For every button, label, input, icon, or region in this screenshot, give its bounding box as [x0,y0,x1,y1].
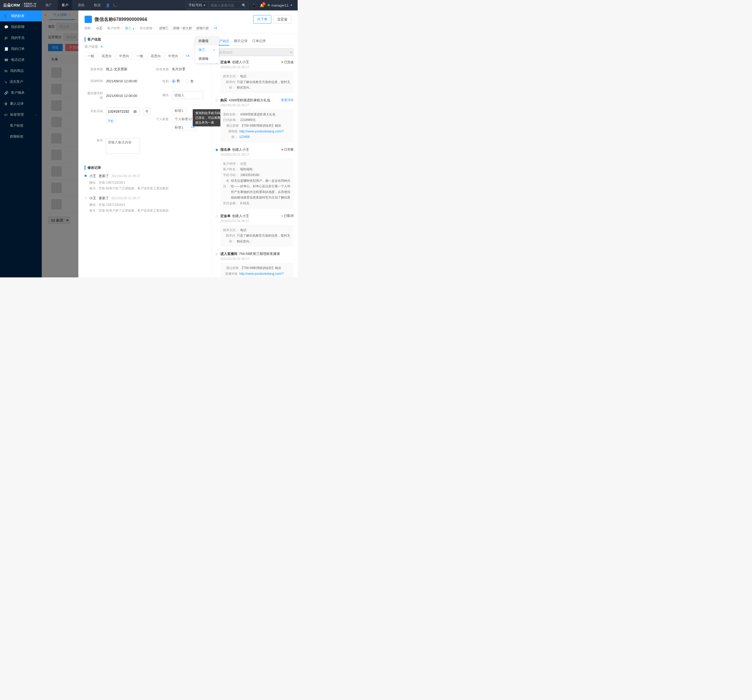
remark-input[interactable] [106,138,140,154]
sidebar-item[interactable]: 👥我的好友 [0,11,42,22]
sidebar-icon: 🔗 [4,91,8,95]
topnav-item[interactable]: 客户 [58,0,72,11]
topnav-item[interactable]: 数据 [90,0,104,11]
sidebar-icon: ☎ [4,58,8,62]
sidebar-item[interactable]: 🔗客户继承 [0,87,42,98]
activity-tab[interactable]: 聊天记录 [234,37,247,45]
tags-label: 客户标签 [85,44,98,49]
phone-tag: 手机 [106,119,115,123]
status-dot [268,4,270,6]
sidebar-icon: 🧾 [4,47,8,51]
customer-tag[interactable]: 中意向 [165,53,181,59]
customer-tag[interactable]: 高意向 [148,53,164,59]
search-icon[interactable]: 🔍 [240,3,248,7]
drawer-right: 客户动态聊天记录订单记录 全部动态 定金单创建人小王已完成2020/01/30 … [211,33,298,277]
customer-tag[interactable]: 一般 [134,53,146,59]
customer-drawer: 微信名称6789990000966 代下单 交定金 昵称：小王 | 客户经理：张… [78,11,298,277]
phone-copy-icon[interactable]: ⧉ [143,107,151,115]
activity-event: 报名单创建人小王已失败2020/01/30 01:38:27客户经理：小王客户姓… [216,147,294,209]
group-chip[interactable]: 群聊三 [157,26,171,31]
daixiadan-button[interactable]: 代下单 [253,15,271,23]
jiaodingjin-button[interactable]: 交定金 [273,15,291,23]
section-customer-info: 客户信息 [85,37,205,42]
wechat-input[interactable] [172,91,203,99]
user-menu[interactable]: manager11▼ [268,3,292,7]
dropdown-option[interactable]: 师馨薇 [195,37,219,45]
brand-subtitle: 教育机构一站式服务云平台 [22,3,36,8]
customer-tag[interactable]: 中意向 [116,53,132,59]
sidebar-icon: 🗑 [4,102,8,106]
sidebar-item[interactable]: ↘流失客户 [0,76,42,87]
bell-badge: 5 [262,2,266,6]
view-detail-link[interactable]: 查看详情 [281,98,294,103]
search-input[interactable] [208,2,240,9]
phone-icon[interactable]: 📞 [111,3,118,7]
sidebar-icon: 👥 [4,14,8,18]
activity-filter-select[interactable]: 全部动态 [216,48,294,56]
sidebar-icon: 🏷 [4,113,8,117]
dropdown-option[interactable]: 张三✓ [195,45,219,54]
manager-dropdown-trigger[interactable]: 张三 ▲ [125,26,134,31]
sidebar-item[interactable]: 🎓我的学员 [0,33,42,44]
personal-tag[interactable]: 标签1 [172,107,186,114]
sidebar-item[interactable]: 🛍我的商品 [0,65,42,76]
top-nav: 推广客户质检数据 [42,0,104,11]
group-chip[interactable]: 群聊一群大群 [171,26,194,31]
mobile-icon[interactable]: 📱 [252,3,256,7]
sidebar-subitem[interactable]: 群聊标签 [0,131,42,142]
gender-male-radio[interactable]: 男 [172,79,180,84]
sidebar-icon: 🛍 [4,69,8,73]
sidebar-item[interactable]: ☎电话记录 [0,54,42,65]
phone-scan-icon[interactable]: ▤ [134,109,137,114]
activity-event: 定金单创建人小王已取消2020/01/30 01:38:27跟单方式：电话跟单内… [216,214,294,247]
customer-tag[interactable]: 一般 [85,53,97,59]
drawer-title: 微信名称6789990000966 [95,16,147,22]
sidebar-icon: ↘ [4,80,7,84]
gender-female-radio[interactable]: 女 [186,79,194,84]
wechat-app-icon [85,16,92,23]
phone-duplicate-tooltip: 查询到此手机号码在系统中已存在，可以将两条客户数据合并为一条 [193,109,211,126]
sidebar-item[interactable]: 🗑删人记录 [0,98,42,109]
edit-tags-icon[interactable]: ✎ [100,45,103,49]
topnav-item[interactable]: 推广 [42,0,56,11]
logo: 云朵CRM 教育机构一站式服务云平台 [0,3,42,8]
sidebar-icon: 🎓 [4,36,8,40]
dropdown-option[interactable]: 俱保咏 [195,54,219,63]
groups-more-chip[interactable]: +4 [212,26,219,31]
user-icon[interactable]: 👤 [104,3,111,7]
sidebar-icon: 💬 [4,25,8,29]
manager-dropdown: 师馨薇张三✓俱保咏 [195,37,219,63]
activity-event: 进入直播间759-59班第三期理财直播课2021/01/30 01:38:27通… [216,252,294,277]
activity-tab[interactable]: 订单记录 [252,37,266,45]
search-type-select[interactable]: 手机号码▼ [186,2,208,9]
modlog-item: 小王更新了2021/01/30 01:38:27微信：空值-1367218282… [85,174,205,191]
search-box: 手机号码▼ 🔍 [186,2,248,9]
sidebar-subitem[interactable]: 客户标签 [0,120,42,131]
customer-tag[interactable]: 高意向 [99,53,115,59]
topbar: 云朵CRM 教育机构一站式服务云平台 推广客户质检数据 👤 📞 手机号码▼ 🔍 … [0,0,298,11]
modlog-item: 小王更新了2021/01/30 01:38:27微信：空值-1367218282… [85,196,205,213]
drawer-left: 客户信息 客户标签✎ 一般高意向中意向一般高意向中意向+4 获客来源线上-北京昱… [78,33,211,277]
activity-event: 购买4399理财课进阶课程大礼包查看详情2021/01/30 01:38:27课… [216,98,294,143]
brand-name: 云朵CRM [3,3,20,8]
personal-tag[interactable]: 标签1 [172,124,186,131]
activity-event: 定金单创建人小王已完成2020/01/30 01:38:27跟单方式：电话跟单内… [216,60,294,93]
section-modlog: 修改记录 [85,165,205,170]
bell-icon[interactable]: 🔔5 [260,3,264,7]
phone-input[interactable] [108,109,132,114]
sidebar-item[interactable]: 💬我的群聊 [0,22,42,33]
phone-input-wrap: ▤ [106,107,140,115]
customer-tag[interactable]: +4 [183,53,193,59]
personal-tag[interactable]: 个人标签12 [172,116,195,123]
topnav-item[interactable]: 质检 [74,0,88,11]
group-chip[interactable]: 群聊六群 [194,26,211,31]
sidebar-item[interactable]: 🧾我的订单 [0,44,42,54]
sidebar-item[interactable]: 🏷标签管理︿ [0,109,42,120]
sidebar: 👥我的好友💬我的群聊🎓我的学员🧾我的订单☎电话记录🛍我的商品↘流失客户🔗客户继承… [0,11,42,277]
content-area: ≡ 个人活码×我 项目请选择 运营期次请选择 导出 不加密导出 头像微信名 自得… [42,11,298,277]
